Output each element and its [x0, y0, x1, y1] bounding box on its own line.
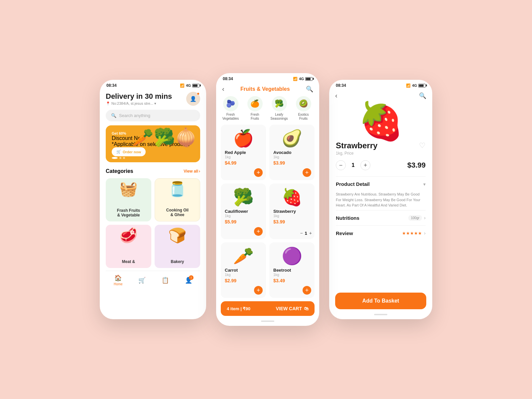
screens-container: 08:34 📶 4G Delivery in 30 mins 📍 No:2384… — [100, 73, 432, 326]
avatar-button[interactable]: 👤 — [186, 92, 200, 106]
avatar-icon: 👤 — [190, 96, 197, 102]
strawberry-weight: 1kg — [273, 214, 311, 218]
red-apple-weight: 1kg — [225, 155, 262, 159]
search-button[interactable]: 🔍 — [306, 85, 313, 93]
oil-emoji: 🫙 — [168, 181, 187, 198]
add-apple-button[interactable]: + — [254, 168, 263, 177]
product-red-apple: 🍎 Red Apple 1kg $4.99 + — [221, 125, 266, 180]
pill-fresh-veg[interactable]: 🫐 FreshVegetables — [221, 96, 240, 121]
delivery-title: Delivery in 30 mins — [106, 92, 172, 101]
category-oil[interactable]: 🫙 Cooking Oil& Ghee — [155, 178, 200, 221]
search-button-3[interactable]: 🔍 — [419, 92, 426, 99]
screen1-header: Delivery in 30 mins 📍 No:2384/A, st.jesu… — [106, 92, 200, 106]
back-button-3[interactable]: ‹ — [335, 92, 337, 99]
nav-cart[interactable]: 🛒 — [138, 277, 146, 284]
add-carrot-button[interactable]: + — [254, 286, 263, 295]
nav-orders[interactable]: 📋 — [162, 277, 169, 284]
qty-decrease-button[interactable]: − — [336, 160, 346, 170]
fresh-veg-label: FreshVegetables — [222, 113, 239, 121]
bakery-label: Bakery — [171, 259, 184, 264]
nutritions-section[interactable]: Nutritions 100gr › — [336, 210, 426, 225]
swipe-indicator-2 — [261, 321, 274, 322]
status-time-3: 08:34 — [336, 83, 346, 88]
orders-icon: 📋 — [162, 277, 169, 284]
category-meat[interactable]: 🥩 Meat & — [106, 225, 151, 268]
dot-2 — [119, 157, 121, 159]
nutrition-badge: 100gr — [408, 215, 422, 221]
phone-category: 08:34 📶 4G ‹ Fruits & Vegetables 🔍 🫐 Fre… — [216, 73, 319, 326]
view-cart-button[interactable]: VIEW CART 🛍 — [276, 306, 309, 311]
qty-price-row: − 1 + $3.99 — [336, 160, 426, 170]
banner-veggie-emoji: 🥕🥦🧅 — [132, 129, 197, 146]
network-label-1: 4G — [186, 83, 191, 87]
status-bar-1: 08:34 📶 4G — [100, 80, 206, 89]
status-bar-3: 08:34 📶 4G — [329, 80, 432, 89]
product-detail-label: Product Detail — [336, 181, 370, 187]
nutritions-chevron: › — [424, 215, 426, 220]
product-detail-section[interactable]: Product Detail ▾ — [336, 176, 426, 192]
add-beetroot-button[interactable]: + — [303, 286, 311, 295]
review-section[interactable]: Review ★★★★★ › — [336, 225, 426, 241]
meat-label: Meat & — [122, 259, 135, 264]
screen2-title: Fruits & Vegetables — [240, 86, 290, 92]
qty-increase-strawberry[interactable]: + — [309, 230, 312, 236]
network-label-2: 4G — [299, 77, 304, 81]
add-avocado-button[interactable]: + — [303, 168, 311, 177]
cart-total: ₹90 — [243, 306, 250, 311]
favorite-button[interactable]: ♡ — [419, 141, 426, 150]
avocado-name: Avocado — [273, 150, 311, 155]
status-time-2: 08:34 — [223, 76, 233, 81]
review-chevron: › — [424, 230, 426, 236]
banner-dots — [112, 157, 125, 159]
review-right: ★★★★★ › — [402, 230, 426, 236]
nav-home-label: Home — [114, 282, 123, 286]
categories-header: Categories View all › — [106, 168, 200, 174]
cart-bar[interactable]: 4 item | ₹90 VIEW CART 🛍 — [221, 301, 315, 316]
product-avocado: 🥑 Avocado 1kg $3.99 + — [269, 125, 315, 180]
order-btn-label: Order now — [123, 150, 141, 154]
category-grid: 🧺 Frash Fruits& Vegetable 🫙 Cooking Oil&… — [106, 178, 200, 268]
status-icons-2: 📶 4G — [293, 77, 313, 81]
nav-home[interactable]: 🏠 Home — [114, 274, 123, 286]
order-now-button[interactable]: 🛒 Order now — [112, 147, 146, 156]
pill-fresh-fruits[interactable]: 🍊 FreshFruits — [246, 96, 264, 121]
phone-home: 08:34 📶 4G Delivery in 30 mins 📍 No:2384… — [100, 80, 206, 319]
cart-info: 4 item | ₹90 — [227, 306, 250, 311]
red-apple-price: $4.99 — [225, 160, 262, 166]
nav-profile[interactable]: 👤 1 — [185, 277, 192, 284]
review-label: Review — [336, 230, 353, 236]
signal-icon-1: 📶 — [180, 83, 185, 88]
status-time-1: 08:34 — [106, 83, 117, 88]
star-rating: ★★★★★ — [402, 231, 422, 236]
beetroot-price: $3.49 — [273, 278, 311, 283]
product-subtitle: 1kg, Price — [336, 151, 426, 156]
carrot-weight: 1kg — [225, 273, 262, 277]
red-apple-emoji: 🍎 — [225, 129, 262, 148]
chevron-icon: ▾ — [154, 101, 156, 106]
category-fruits[interactable]: 🧺 Frash Fruits& Vegetable — [106, 178, 151, 221]
back-button[interactable]: ‹ — [222, 85, 224, 93]
status-icons-1: 📶 4G — [180, 83, 200, 88]
fresh-veg-icon: 🫐 — [223, 96, 238, 111]
view-all-button[interactable]: View all › — [184, 169, 200, 174]
qty-number: 1 — [350, 162, 356, 168]
promo-banner[interactable]: Get 60% Discount Now *Applicable on sele… — [106, 125, 200, 162]
beetroot-name: Beetroot — [273, 268, 311, 273]
qty-increase-button[interactable]: + — [360, 160, 370, 170]
search-bar[interactable]: 🔍 Search anything — [106, 110, 200, 121]
add-cauliflower-button[interactable]: + — [254, 227, 263, 236]
product-price-detail: $3.99 — [407, 161, 426, 170]
pill-leafy[interactable]: 🥦 LeafySeasonings — [270, 96, 288, 121]
pill-organics[interactable]: 🍅 CertifiedOrganics — [319, 96, 319, 121]
product-detail-chevron: ▾ — [423, 182, 426, 187]
add-to-basket-button[interactable]: Add To Basket — [335, 293, 426, 309]
qty-decrease-strawberry[interactable]: − — [300, 230, 303, 236]
meat-emoji: 🥩 — [119, 227, 138, 244]
battery-icon-3 — [418, 84, 426, 87]
pill-exotics[interactable]: 🥝 ExoticsFruits — [294, 96, 313, 121]
leafy-label: LeafySeasonings — [270, 113, 288, 121]
screen2-content: ‹ Fruits & Vegetables 🔍 🫐 FreshVegetable… — [216, 82, 319, 323]
exotics-icon: 🥝 — [296, 96, 311, 111]
category-bakery[interactable]: 🍞 Bakery — [155, 225, 200, 268]
screen3-header: ‹ 🔍 — [329, 89, 432, 99]
